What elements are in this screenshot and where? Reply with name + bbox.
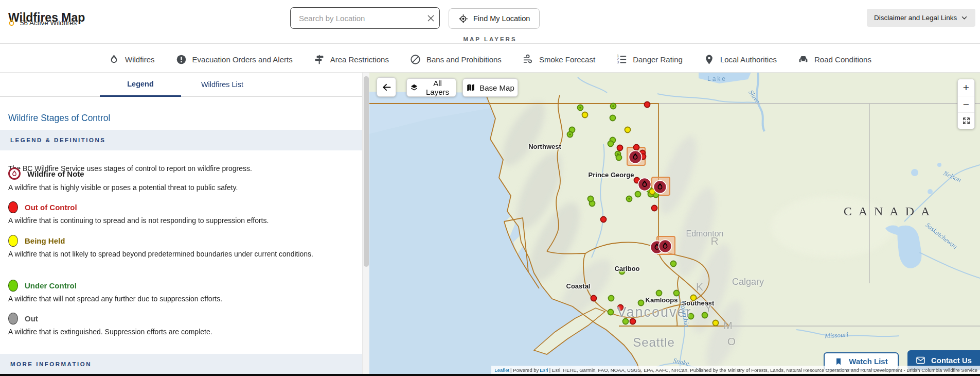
out-of-control-marker[interactable] (630, 319, 636, 324)
legend-item-out-of-control: Out of Control (8, 200, 77, 214)
being-held-marker[interactable] (582, 112, 588, 118)
more-information-header[interactable]: MORE INFORMATION (0, 354, 362, 374)
being-held-marker[interactable] (713, 320, 719, 326)
legend-item-label: Out (25, 314, 38, 323)
wildfire-of-note-marker[interactable] (638, 178, 651, 191)
layer-toggle-evacuation-orders[interactable]: Evacuation Orders and Alerts (173, 54, 296, 65)
locate-icon (458, 14, 468, 24)
layer-label: Road Conditions (814, 55, 871, 64)
layer-label: Danger Rating (633, 55, 683, 64)
under-control-marker[interactable] (609, 296, 614, 301)
flame-icon (7, 19, 16, 27)
under-control-marker[interactable] (688, 314, 694, 319)
legend-item-description: A wildfire that will not spread any furt… (8, 293, 222, 305)
panel-scrollbar-thumb[interactable] (364, 76, 369, 267)
base-map-button[interactable]: Base Map (462, 78, 518, 97)
layer-toggle-area-restrictions[interactable]: Area Restrictions (311, 54, 392, 65)
under-control-marker[interactable] (674, 290, 680, 296)
under-control-marker[interactable] (610, 115, 616, 121)
disclaimer-label: Disclaimer and Legal Links (874, 14, 957, 22)
legend-item-label: Being Held (25, 236, 65, 245)
wildfire-of-note-marker[interactable] (654, 181, 667, 194)
car-icon (798, 54, 809, 65)
fullscreen-button[interactable] (958, 112, 974, 129)
layer-toggle-wildfires[interactable]: Wildfires (105, 54, 158, 65)
layer-label: Wildfires (125, 55, 155, 64)
out-of-control-marker[interactable] (652, 206, 657, 211)
wildfire-of-note-marker[interactable] (659, 240, 672, 253)
zoom-control: + − (957, 79, 975, 129)
layer-toggle-road-conditions[interactable]: Road Conditions (795, 54, 875, 65)
under-control-marker[interactable] (619, 269, 625, 275)
map-back-button[interactable] (377, 77, 396, 97)
layer-toggle-bans-prohibitions[interactable]: Bans and Prohibitions (407, 54, 505, 65)
tab-legend[interactable]: Legend (100, 72, 181, 97)
attribution-powered: | Powered by (510, 367, 539, 373)
legend-item-wildfire-of-note: Wildfire of Note (8, 166, 84, 181)
under-control-marker[interactable] (608, 141, 614, 147)
leaflet-link[interactable]: Leaflet (495, 367, 510, 373)
layers-icon (410, 83, 418, 92)
panel-heading: Wildfire Stages of Control (8, 113, 110, 124)
zoom-out-button[interactable]: − (958, 96, 974, 112)
find-my-location-button[interactable]: Find My Location (449, 8, 540, 29)
layer-label: Area Restrictions (330, 55, 389, 64)
esri-link[interactable]: Esri (540, 367, 548, 373)
under-control-marker[interactable] (656, 290, 662, 296)
out-of-control-marker[interactable] (618, 305, 623, 311)
out-of-control-marker[interactable] (591, 296, 597, 301)
under-control-marker[interactable] (635, 192, 641, 197)
all-layers-button[interactable]: All Layers (406, 78, 456, 97)
being-held-marker[interactable] (625, 127, 631, 133)
being-held-marker-icon (8, 235, 18, 247)
panel-scrollbar[interactable] (362, 72, 369, 374)
under-control-marker[interactable] (671, 261, 676, 267)
more-information-label: MORE INFORMATION (10, 361, 92, 367)
legend-item-description: A wildfire that is continuing to spread … (8, 215, 269, 227)
under-control-marker[interactable] (616, 155, 622, 161)
close-icon (426, 13, 436, 23)
zoom-in-button[interactable]: + (958, 79, 974, 96)
map-pin-icon (704, 54, 715, 65)
out-of-control-marker[interactable] (617, 145, 623, 151)
under-control-marker[interactable] (608, 310, 614, 315)
out-of-control-marker[interactable] (601, 217, 607, 223)
under-control-marker[interactable] (623, 319, 629, 324)
base-map-label: Base Map (479, 83, 514, 92)
layer-toggle-danger-rating[interactable]: Danger Rating (613, 54, 686, 65)
wildfire-of-note-marker[interactable] (629, 151, 642, 164)
legend-item-label: Wildfire of Note (27, 169, 84, 178)
legend-item-under-control: Under Control (8, 278, 77, 293)
under-control-marker[interactable] (588, 196, 594, 202)
map-base (369, 72, 980, 374)
legend-item-out: Out (8, 311, 38, 326)
legend-definitions-label: LEGEND & DEFINITIONS (10, 137, 105, 143)
map-canvas[interactable]: NorthwestPrince GeorgeCaribooCoastalKaml… (369, 72, 980, 374)
out-of-control-marker-icon (8, 201, 18, 213)
layer-toggle-local-authorities[interactable]: Local Authorities (701, 54, 780, 65)
watch-list-label: Watch List (849, 357, 887, 366)
numbered-list-icon (616, 54, 627, 65)
clear-search-button[interactable] (422, 8, 439, 28)
legend-panel: Legend Wildfires List Wildfire Stages of… (0, 72, 369, 374)
layer-toggle-smoke-forecast[interactable]: Smoke Forecast (520, 54, 598, 65)
divider (0, 43, 980, 44)
header: Wildfires Map 56 Active Wildfires Find M… (0, 0, 980, 73)
bottom-bar (0, 374, 980, 376)
search-input[interactable] (291, 14, 422, 23)
out-of-control-marker[interactable] (645, 102, 650, 108)
legend-item-description: A wildfire that is not likely to spread … (8, 248, 313, 260)
prohibited-icon (410, 54, 421, 65)
being-held-marker[interactable] (691, 295, 697, 301)
active-count-label: 56 Active Wildfires (20, 19, 77, 27)
legend-definitions-header[interactable]: LEGEND & DEFINITIONS (0, 130, 362, 150)
chevron-down-icon (960, 14, 968, 22)
signpost-icon (314, 54, 325, 65)
basemap-icon (466, 83, 475, 92)
under-control-marker[interactable] (638, 300, 644, 306)
out-of-control-marker[interactable] (634, 145, 639, 150)
under-control-marker[interactable] (702, 313, 708, 318)
tab-wildfires-list[interactable]: Wildfires List (181, 72, 263, 97)
legend-item-being-held: Being Held (8, 233, 65, 248)
disclaimer-legal-links-button[interactable]: Disclaimer and Legal Links (867, 9, 975, 27)
